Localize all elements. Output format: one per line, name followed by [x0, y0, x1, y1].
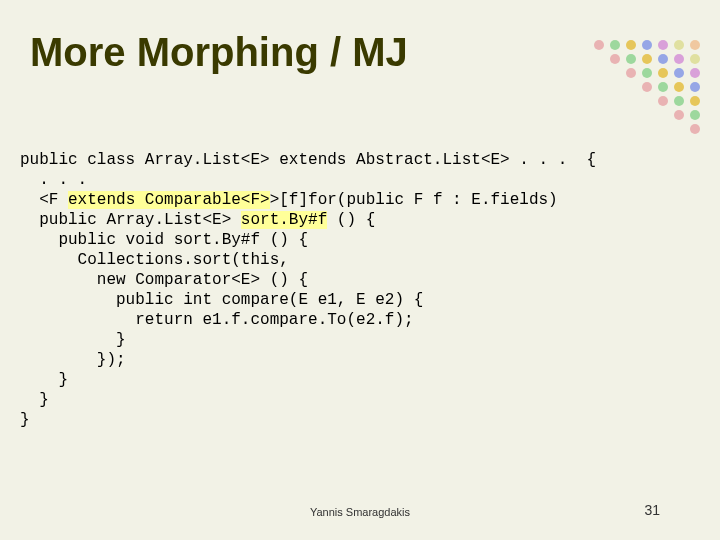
code-text: () {	[327, 211, 375, 229]
footer-author: Yannis Smaragdakis	[310, 506, 410, 518]
highlight: extends Comparable<F>	[68, 191, 270, 209]
code-line: . . .	[20, 171, 87, 189]
code-line: }	[20, 331, 126, 349]
code-line: });	[20, 351, 126, 369]
code-line: public class Array.List<E> extends Abstr…	[20, 151, 596, 169]
slide: More Morphing / MJ public class Array.Li…	[0, 0, 720, 540]
code-line: <F extends Comparable<F>>[f]for(public F…	[20, 191, 558, 209]
code-line: return e1.f.compare.To(e2.f);	[20, 311, 414, 329]
code-line: Collections.sort(this,	[20, 251, 289, 269]
code-text: public Array.List<E>	[20, 211, 241, 229]
code-block: public class Array.List<E> extends Abstr…	[20, 130, 710, 430]
code-line: }	[20, 391, 49, 409]
highlight: sort.By#f	[241, 211, 327, 229]
code-text: >[f]for(public F f : E.fields)	[270, 191, 558, 209]
code-text: <F	[20, 191, 68, 209]
code-line: }	[20, 371, 68, 389]
code-line: public void sort.By#f () {	[20, 231, 308, 249]
page-number: 31	[644, 502, 660, 518]
code-line: }	[20, 411, 30, 429]
decorative-dots	[540, 40, 700, 140]
slide-title: More Morphing / MJ	[30, 30, 408, 75]
code-line: public int compare(E e1, E e2) {	[20, 291, 423, 309]
code-line: new Comparator<E> () {	[20, 271, 308, 289]
code-line: public Array.List<E> sort.By#f () {	[20, 211, 375, 229]
